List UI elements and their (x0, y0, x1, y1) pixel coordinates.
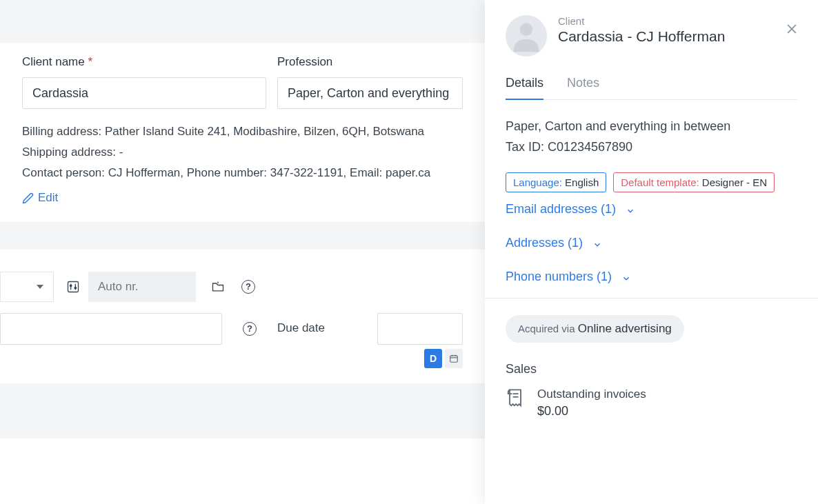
client-name-field: Client name * (22, 55, 266, 109)
main-content: Client name * Profession Billing address… (0, 0, 485, 504)
email-value: paper.ca (386, 166, 430, 179)
sales-heading: Sales (506, 362, 797, 376)
shipping-prefix: Shipping address: (22, 145, 119, 159)
email-prefix: Email: (346, 166, 386, 179)
phone-prefix: Phone number: (183, 166, 270, 179)
close-button[interactable] (785, 21, 799, 40)
invoice-icon (506, 387, 525, 410)
folder-icon-button[interactable] (203, 272, 233, 302)
outstanding-label: Outstanding invoices (537, 387, 646, 401)
chevron-down-icon (592, 239, 602, 248)
gap-bottom (0, 383, 485, 439)
help-icon: ? (241, 280, 255, 294)
help-button-1[interactable]: ? (233, 272, 263, 302)
expand-phones[interactable]: Phone numbers (1) (506, 260, 797, 294)
panel-tabs: Details Notes (506, 76, 797, 100)
help-icon: ? (243, 322, 257, 336)
calendar-icon (449, 354, 459, 363)
edit-label: Edit (38, 191, 58, 205)
panel-header: Client Cardassia - CJ Hofferman (506, 15, 797, 57)
phone-value: 347-322-1191, (270, 166, 347, 179)
invoice-settings-card: ? ? Due date D (0, 250, 485, 383)
language-chip-key: Language: (513, 177, 565, 188)
auto-number-input[interactable] (88, 272, 196, 302)
client-name-label: Client name * (22, 55, 266, 69)
edit-button[interactable]: Edit (22, 191, 58, 205)
shipping-line: Shipping address: - (22, 142, 463, 163)
chevron-down-icon (37, 285, 43, 289)
expand-phones-label: Phone numbers (1) (506, 270, 612, 284)
client-details-panel: Client Cardassia - CJ Hofferman Details … (485, 0, 818, 504)
tax-line: Tax ID: C01234567890 (506, 137, 797, 158)
form-row: Client name * Profession (22, 55, 463, 109)
expand-addresses-label: Addresses (1) (506, 236, 583, 250)
pencil-icon (22, 192, 34, 204)
svg-rect-6 (450, 356, 458, 362)
tax-prefix: Tax ID: (506, 140, 548, 154)
dropdown-button[interactable] (0, 272, 54, 302)
template-chip-key: Default template: (621, 177, 702, 188)
svg-point-4 (74, 287, 77, 289)
svg-point-3 (70, 285, 72, 287)
date-row: ? Due date D (0, 302, 463, 368)
client-form-card: Client name * Profession Billing address… (0, 43, 485, 222)
outstanding-text: Outstanding invoices $0.00 (537, 387, 646, 419)
template-chip-value: Designer - EN (702, 177, 767, 188)
section-divider (485, 298, 818, 299)
shipping-value: - (119, 145, 123, 159)
svg-rect-0 (68, 281, 79, 292)
due-date-input[interactable] (377, 313, 463, 345)
profession-label: Profession (277, 55, 463, 69)
close-icon (785, 22, 799, 36)
gap-middle (0, 222, 485, 250)
date-right-group: D (377, 313, 463, 368)
profession-field: Profession (277, 55, 463, 109)
billing-prefix: Billing address: (22, 125, 105, 138)
expand-emails-label: Email addresses (1) (506, 202, 616, 216)
sliders-icon (66, 280, 80, 294)
settings-icon-button[interactable] (58, 272, 88, 302)
toggle-days[interactable]: D (424, 349, 442, 368)
help-button-2[interactable]: ? (235, 313, 265, 345)
due-date-label: Due date (277, 313, 325, 335)
expand-emails[interactable]: Email addresses (1) (506, 192, 797, 226)
profession-text: Paper, Carton and everything in between (506, 117, 797, 137)
language-chip[interactable]: Language: English (506, 172, 606, 192)
contact-line: Contact person: CJ Hofferman, Phone numb… (22, 163, 463, 183)
gap-top (0, 0, 485, 43)
tab-details[interactable]: Details (506, 76, 543, 100)
required-asterisk: * (88, 55, 92, 68)
outstanding-invoices-item: Outstanding invoices $0.00 (506, 387, 797, 419)
profession-input[interactable] (277, 77, 463, 109)
outstanding-value: $0.00 (537, 404, 646, 419)
panel-description: Paper, Carton and everything in between … (506, 117, 797, 157)
acquired-key: Acquired via (518, 323, 578, 334)
client-role-label: Client (558, 15, 725, 27)
template-chip[interactable]: Default template: Designer - EN (613, 172, 775, 192)
contact-value: CJ Hofferman, (108, 166, 183, 179)
expand-addresses[interactable]: Addresses (1) (506, 226, 797, 260)
svg-point-10 (520, 23, 533, 36)
folder-icon (211, 281, 225, 293)
client-name-title: Cardassia - CJ Hofferman (558, 28, 725, 45)
date-left-group (0, 313, 222, 345)
client-name-label-text: Client name (22, 55, 85, 68)
acquired-via-pill: Acquired via Online advertising (506, 315, 684, 343)
chevron-down-icon (626, 205, 635, 214)
tab-notes[interactable]: Notes (567, 76, 599, 100)
header-text: Client Cardassia - CJ Hofferman (558, 15, 725, 45)
contact-prefix: Contact person: (22, 166, 108, 179)
tax-value: C01234567890 (548, 140, 632, 154)
chips-row: Language: English Default template: Desi… (506, 172, 797, 192)
person-icon (507, 17, 546, 55)
date-from-input[interactable] (0, 313, 222, 345)
billing-line: Billing address: Pather Island Suite 241… (22, 121, 463, 142)
chevron-down-icon (621, 272, 631, 282)
toggle-calendar[interactable] (445, 349, 463, 368)
toolbar-row: ? (0, 261, 463, 302)
acquired-value: Online advertising (578, 322, 672, 335)
language-chip-value: English (565, 177, 599, 188)
date-toggle-group: D (377, 349, 463, 368)
client-name-input[interactable] (22, 77, 266, 109)
billing-value: Pather Island Suite 241, Modibashire, Bi… (105, 125, 424, 138)
